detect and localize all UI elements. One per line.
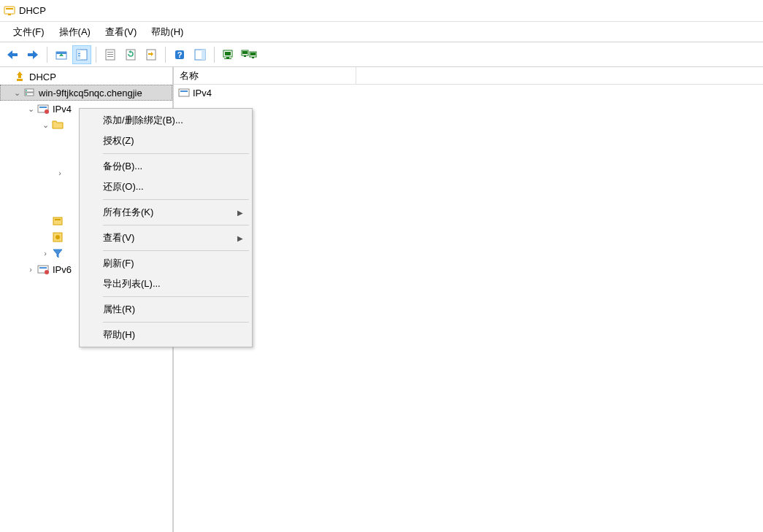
cm-label: 添加/删除绑定(B)... [103, 114, 183, 127]
policies-icon [51, 231, 64, 244]
svg-point-46 [45, 270, 49, 274]
cm-separator [103, 199, 249, 200]
cm-label: 授权(Z) [103, 134, 134, 147]
svg-rect-30 [244, 55, 246, 57]
leaf-icon [66, 134, 79, 147]
window-title: DHCP [19, 5, 46, 16]
dhcp-tool1-button[interactable] [219, 45, 238, 64]
server-icon [23, 86, 36, 99]
cm-add-remove-binding[interactable]: 添加/删除绑定(B)... [81, 110, 250, 131]
chevron-right-icon[interactable]: › [39, 249, 51, 258]
svg-rect-4 [28, 53, 33, 56]
chevron-down-icon[interactable]: ⌄ [11, 88, 23, 98]
context-menu: 添加/删除绑定(B)... 授权(Z) 备份(B)... 还原(O)... 所有… [79, 108, 253, 347]
export-button[interactable] [142, 45, 161, 64]
cm-label: 所有任务(K) [103, 206, 153, 219]
menubar: 文件(F) 操作(A) 查看(V) 帮助(H) [0, 22, 763, 42]
chevron-right-icon: ▶ [237, 234, 243, 242]
up-button[interactable] [52, 45, 71, 64]
chevron-down-icon[interactable]: ⌄ [39, 120, 51, 130]
svg-rect-9 [78, 53, 80, 54]
cm-view[interactable]: 查看(V)▶ [81, 228, 250, 248]
app-icon [3, 4, 16, 18]
cm-label: 备份(B)... [103, 160, 142, 173]
action-pane-button[interactable] [191, 45, 210, 64]
svg-rect-10 [78, 55, 80, 56]
ipv4-icon [37, 102, 50, 115]
dhcp-icon [13, 70, 26, 83]
cm-properties[interactable]: 属性(R) [81, 299, 250, 320]
refresh-button[interactable] [121, 45, 140, 64]
svg-rect-31 [252, 57, 254, 58]
leaf-icon [66, 150, 79, 163]
svg-rect-48 [180, 90, 188, 92]
svg-rect-41 [55, 219, 61, 220]
svg-rect-32 [17, 79, 23, 81]
ipv4-icon [178, 87, 190, 99]
tree-server-node[interactable]: ⌄ win-9ftjkcq5nqc.chengjie [0, 85, 172, 101]
menu-file[interactable]: 文件(F) [6, 23, 52, 42]
column-name[interactable]: 名称 [174, 67, 356, 84]
cm-export-list[interactable]: 导出列表(L)... [81, 274, 250, 294]
toolbar-separator [214, 47, 215, 63]
list-header: 名称 [174, 67, 763, 85]
menu-action[interactable]: 操作(A) [52, 23, 98, 42]
svg-rect-1 [6, 8, 13, 9]
toolbar-separator [96, 47, 96, 63]
svg-point-43 [55, 235, 60, 239]
chevron-right-icon[interactable]: › [54, 169, 66, 177]
svg-rect-23 [225, 52, 231, 55]
cm-label: 帮助(H) [103, 328, 135, 342]
svg-text:?: ? [177, 50, 183, 59]
column-header-label: 名称 [180, 69, 199, 82]
toolbar-separator [47, 47, 47, 63]
cm-separator [103, 250, 249, 251]
cm-help[interactable]: 帮助(H) [81, 325, 250, 345]
tree-label: IPv4 [51, 103, 73, 115]
svg-rect-8 [77, 50, 80, 60]
svg-rect-2 [8, 14, 11, 15]
cm-label: 还原(O)... [103, 180, 144, 193]
forward-button[interactable] [23, 45, 42, 64]
svg-rect-0 [4, 7, 15, 14]
cm-label: 属性(R) [103, 303, 135, 316]
cm-separator [103, 153, 249, 154]
help-button[interactable]: ? [170, 45, 189, 64]
cm-backup[interactable]: 备份(B)... [81, 156, 250, 177]
leaf-icon [66, 166, 79, 180]
svg-rect-45 [39, 267, 47, 269]
cm-separator [103, 225, 249, 225]
tree-label: win-9ftjkcq5nqc.chengjie [37, 87, 144, 99]
filter-icon [51, 247, 64, 260]
svg-point-39 [45, 109, 49, 114]
list-panel: 名称 IPv4 [173, 67, 763, 532]
leaf-icon [66, 182, 79, 196]
cm-authorize[interactable]: 授权(Z) [81, 131, 250, 151]
svg-rect-38 [39, 107, 47, 108]
svg-point-35 [26, 90, 27, 91]
svg-rect-29 [250, 53, 256, 55]
chevron-right-icon: ▶ [237, 209, 243, 217]
cm-label: 导出列表(L)... [103, 277, 161, 290]
show-hide-tree-button[interactable] [72, 45, 91, 64]
cm-label: 查看(V) [103, 231, 134, 244]
menu-help[interactable]: 帮助(H) [144, 23, 191, 42]
list-row[interactable]: IPv4 [174, 85, 763, 101]
menu-view[interactable]: 查看(V) [98, 23, 144, 42]
chevron-right-icon[interactable]: › [25, 265, 37, 274]
options-icon [51, 215, 64, 228]
tree-label: IPv6 [51, 263, 73, 276]
chevron-down-icon[interactable]: ⌄ [25, 104, 37, 114]
back-button[interactable] [3, 45, 22, 64]
leaf-icon [66, 198, 79, 212]
svg-rect-47 [179, 89, 189, 96]
properties-button[interactable] [101, 45, 120, 64]
svg-rect-3 [12, 53, 18, 56]
cm-all-tasks[interactable]: 所有任务(K)▶ [81, 202, 250, 223]
folder-icon [51, 118, 64, 131]
cm-refresh[interactable]: 刷新(F) [81, 253, 250, 274]
svg-rect-25 [224, 58, 231, 59]
dhcp-tool2-button[interactable] [239, 45, 258, 64]
tree-root-dhcp[interactable]: DHCP [0, 69, 172, 85]
cm-restore[interactable]: 还原(O)... [81, 177, 250, 197]
